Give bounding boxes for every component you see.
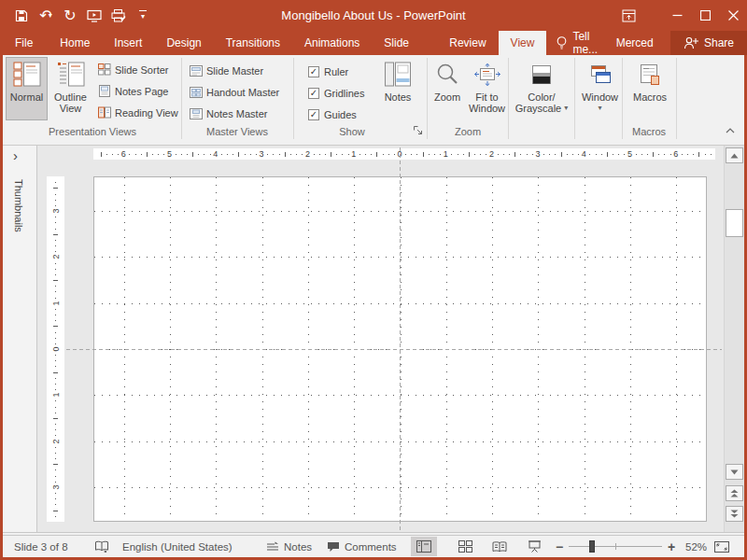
status-slideshow-button[interactable] [521,537,547,556]
notes-master-button[interactable]: Notes Master [187,104,267,123]
expand-thumbnails-chevron-icon[interactable]: › [13,147,18,163]
fit-to-window-label: Fit to Window [467,91,507,114]
ruler-tick [543,154,544,155]
ruler-checkbox-row[interactable]: ✓ Ruler [308,63,348,81]
share-button[interactable]: Share [670,31,747,55]
notes-toggle-button[interactable]: Notes [266,536,312,557]
group-label-show: Show [295,124,409,139]
guides-checkbox-row[interactable]: ✓ Guides [308,105,357,124]
ruler-tick [55,516,56,517]
tab-view[interactable]: View [499,31,547,55]
horizontal-guide[interactable] [66,349,722,350]
fit-to-window-button[interactable]: Fit to Window [466,57,508,120]
customize-qat-button[interactable]: ▾ [131,4,155,28]
guides-checkbox[interactable]: ✓ [308,109,319,120]
scroll-up-icon [730,153,739,159]
macros-button[interactable]: Macros [626,57,674,120]
ribbon-display-options-button[interactable] [614,0,642,31]
ruler-tick [434,154,435,155]
redo-button[interactable]: ↻ [58,4,82,28]
language-status[interactable]: English (United States) [122,536,233,557]
vertical-guide[interactable] [400,147,401,530]
status-normal-view-button[interactable] [411,537,437,556]
ruler-tick [204,154,204,155]
scrollbar-thumb[interactable] [726,209,743,237]
tell-me-box[interactable]: Tell me... [548,31,608,55]
save-button[interactable] [9,4,34,28]
close-button[interactable] [719,0,747,31]
ruler-tick [589,154,590,155]
maximize-button[interactable] [691,0,719,31]
ruler-tick [152,154,153,155]
print-preview-button[interactable] [106,4,131,28]
vertical-ruler[interactable]: 3210123 [47,176,64,522]
ruler-tick [55,453,56,454]
horizontal-ruler[interactable]: 6543210123456 [93,148,715,160]
reading-view-button[interactable]: Reading View [95,103,178,122]
ruler-tick [647,154,648,155]
undo-dropdown-caret-icon[interactable]: ▾ [49,11,52,20]
undo-button[interactable]: ↶▾ [34,4,58,28]
notes-button[interactable]: Notes [378,57,417,120]
zoom-slider-center-tick [615,543,616,550]
scroll-down-button[interactable] [726,464,743,480]
zoom-percent[interactable]: 52% [685,536,707,557]
ruler-tick [624,154,625,155]
tab-design[interactable]: Design [154,31,213,55]
status-reading-view-button[interactable] [486,537,513,556]
ruler-tick [55,200,56,201]
ruler-number: 1 [444,148,448,160]
ruler-number: 4 [213,148,218,160]
collapse-ribbon-button[interactable] [722,124,739,137]
zoom-slider-track[interactable] [569,546,662,547]
tab-review[interactable]: Review [437,31,498,55]
tab-animations[interactable]: Animations [292,31,372,55]
minimize-button[interactable] [663,0,691,31]
zoom-in-button[interactable]: + [668,536,675,557]
handout-master-button[interactable]: Handout Master [187,82,279,102]
ruler-tick [55,458,56,459]
ruler-tick [233,154,233,155]
normal-view-button[interactable]: Normal [6,57,48,120]
ruler-tick [55,332,56,333]
tab-insert[interactable]: Insert [102,31,154,55]
next-slide-button[interactable] [726,506,743,522]
notes-page-button[interactable]: Notes Page [95,81,168,101]
tab-slide-show[interactable]: Slide Show [372,31,437,55]
scroll-up-button[interactable] [726,147,743,163]
slide-master-button[interactable]: Slide Master [187,61,263,80]
outline-view-button[interactable]: Outline View [49,57,92,120]
reading-view-icon [98,106,111,119]
window-button[interactable]: Window ▾ [578,57,622,120]
ruler-tick [601,154,602,155]
previous-slide-button[interactable] [726,485,743,501]
ruler-checkbox[interactable]: ✓ [308,66,319,77]
ruler-tick [163,154,164,155]
tab-home[interactable]: Home [48,31,102,55]
gridlines-checkbox-row[interactable]: ✓ Gridlines [308,84,364,103]
color-grayscale-button[interactable]: Color/ Grayscale ▾ [512,57,571,120]
zoom-out-button[interactable]: − [556,536,563,557]
tab-file[interactable]: File [0,31,48,55]
slide-sorter-button[interactable]: Slide Sorter [95,60,168,79]
vertical-scrollbar[interactable] [724,146,744,532]
zoom-button[interactable]: Zoom [430,57,465,120]
ruler-tick [55,274,56,275]
fit-slide-to-window-button[interactable] [714,536,729,557]
slide-indicator[interactable]: Slide 3 of 8 [14,536,68,557]
ruler-tick [486,154,486,155]
ruler-tick [181,154,182,155]
comments-toggle-button[interactable]: Comments [327,536,397,557]
tab-transitions[interactable]: Transitions [214,31,292,55]
account-name[interactable]: Merced Fl... [609,31,667,55]
start-from-beginning-button[interactable] [82,4,106,28]
spellcheck-status-button[interactable] [94,536,109,557]
status-bar: Slide 3 of 8 English (United States) Not… [3,536,744,557]
show-dialog-launcher-button[interactable] [414,126,425,137]
ruler-tick [302,154,303,155]
zoom-slider-thumb[interactable] [589,540,595,553]
status-slide-sorter-button[interactable] [452,537,478,556]
ruler-tick [112,154,113,155]
gridlines-checkbox[interactable]: ✓ [308,88,319,99]
thumbnails-pane-label[interactable]: Thumbnails [13,179,24,232]
